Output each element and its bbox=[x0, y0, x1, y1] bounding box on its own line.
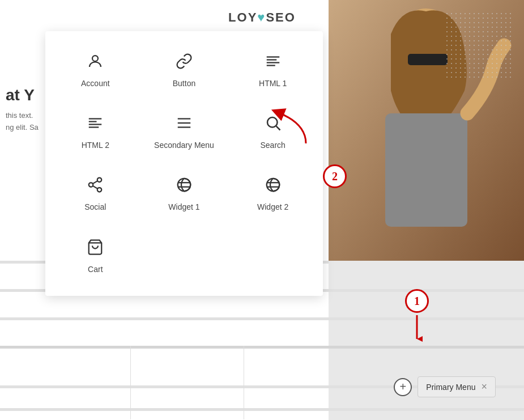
account-icon bbox=[87, 53, 104, 73]
widget1-label: Widget 1 bbox=[168, 202, 199, 212]
svg-line-21 bbox=[93, 186, 98, 189]
right-panel: {[...Array(10)].map((_, i) => '')} bbox=[329, 0, 524, 420]
widget2-label: Widget 2 bbox=[257, 202, 288, 212]
dropdown-item-search[interactable]: Search bbox=[228, 104, 317, 160]
page-content: at Y this text. ng elit. Sa bbox=[6, 85, 51, 134]
html1-label: HTML 1 bbox=[259, 78, 287, 88]
search-icon bbox=[265, 114, 282, 134]
account-label: Account bbox=[81, 78, 110, 88]
dropdown-item-button[interactable]: Button bbox=[140, 43, 229, 99]
primary-menu-tag: Primary Menu × bbox=[418, 376, 496, 397]
divider-bar-3 bbox=[0, 317, 524, 320]
divider-bar-4 bbox=[0, 346, 524, 349]
dropdown-item-widget1[interactable]: Widget 1 bbox=[140, 166, 229, 222]
html2-label: HTML 2 bbox=[82, 140, 109, 150]
secondary-menu-label: Secondary Menu bbox=[154, 140, 214, 150]
cart-label: Cart bbox=[88, 264, 103, 274]
svg-rect-2 bbox=[385, 113, 467, 227]
logo-accent: ♥ bbox=[257, 10, 266, 24]
svg-line-22 bbox=[93, 181, 98, 184]
v-sep-2 bbox=[244, 346, 244, 419]
secondary-menu-icon bbox=[176, 114, 193, 134]
dropdown-item-html2[interactable]: HTML 2 bbox=[51, 104, 140, 160]
dropdown-item-social[interactable]: Social bbox=[51, 166, 140, 222]
svg-point-4 bbox=[92, 56, 98, 61]
close-primary-menu-button[interactable]: × bbox=[481, 381, 487, 393]
hero-image: {[...Array(10)].map((_, i) => '')} bbox=[329, 0, 524, 261]
dot-pattern bbox=[445, 11, 513, 79]
svg-point-16 bbox=[267, 117, 278, 128]
svg-line-17 bbox=[276, 126, 280, 130]
dropdown-item-secondary-menu[interactable]: Secondary Menu bbox=[140, 104, 229, 160]
dropdown-item-widget2[interactable]: Widget 2 bbox=[228, 166, 317, 222]
widget2-icon bbox=[265, 176, 282, 196]
dropdown-item-html1[interactable]: HTML 1 bbox=[228, 43, 317, 99]
primary-menu-label: Primary Menu bbox=[426, 383, 475, 392]
button-icon bbox=[176, 53, 193, 73]
dropdown-item-account[interactable]: Account bbox=[51, 43, 140, 99]
cart-icon bbox=[87, 239, 104, 258]
search-label: Search bbox=[260, 140, 285, 150]
v-sep-1 bbox=[130, 346, 131, 419]
dropdown-popup: Account Button HTML 1 bbox=[45, 31, 323, 296]
body-text: this text. ng elit. Sa bbox=[6, 110, 51, 134]
add-widget-button[interactable]: + bbox=[394, 378, 412, 396]
dropdown-grid: Account Button HTML 1 bbox=[51, 43, 317, 285]
svg-point-20 bbox=[97, 188, 102, 192]
bottom-bar: + Primary Menu × bbox=[394, 376, 496, 397]
logo: LOY♥SEO bbox=[228, 10, 296, 25]
button-label: Button bbox=[173, 78, 195, 88]
svg-rect-3 bbox=[408, 54, 448, 65]
html1-icon bbox=[265, 53, 282, 73]
dropdown-item-cart[interactable]: Cart bbox=[51, 228, 140, 285]
partial-heading: at Y bbox=[6, 85, 51, 105]
widget1-icon bbox=[176, 176, 193, 196]
html2-icon bbox=[87, 114, 104, 134]
divider-bar-6 bbox=[0, 408, 524, 411]
social-label: Social bbox=[84, 202, 106, 212]
svg-point-19 bbox=[89, 183, 93, 188]
svg-point-18 bbox=[97, 178, 102, 183]
social-icon bbox=[87, 176, 104, 196]
